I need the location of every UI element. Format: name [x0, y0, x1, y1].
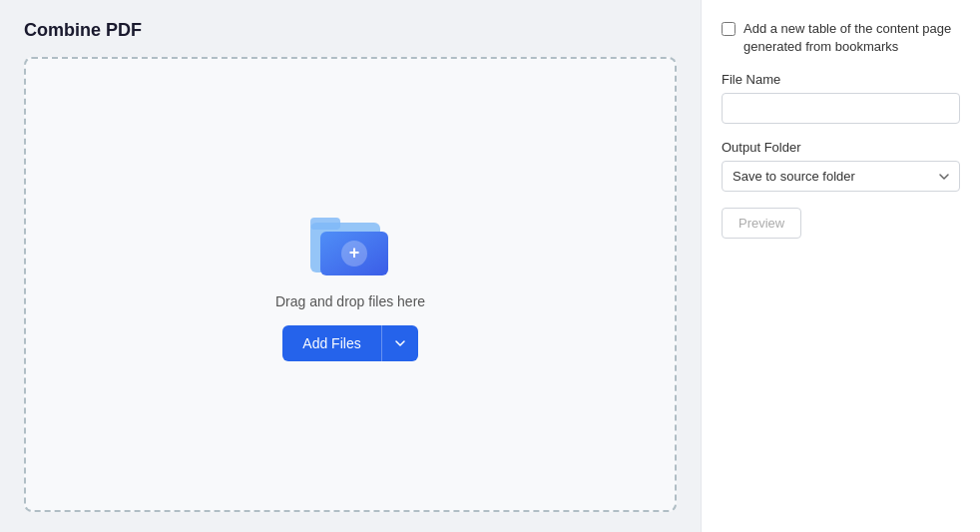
output-folder-label: Output Folder [722, 140, 960, 155]
table-of-contents-row: Add a new table of the content page gene… [722, 20, 960, 56]
add-files-group: Add Files [282, 325, 417, 361]
file-name-input[interactable] [722, 93, 960, 124]
page-title: Combine PDF [24, 20, 677, 41]
svg-rect-1 [310, 218, 340, 230]
output-folder-select[interactable]: Save to source folder Custom folder... [722, 161, 960, 192]
file-name-label: File Name [722, 72, 960, 87]
file-name-group: File Name [722, 72, 960, 124]
drag-drop-text: Drag and drop files here [275, 293, 425, 309]
main-content: Combine PDF + [0, 0, 701, 532]
folder-icon: + [310, 208, 390, 277]
table-of-contents-label: Add a new table of the content page gene… [743, 20, 960, 56]
add-files-button[interactable]: Add Files [282, 325, 381, 361]
app-container: Combine PDF + [0, 0, 980, 532]
add-files-dropdown-button[interactable] [382, 325, 418, 361]
chevron-down-icon [394, 337, 406, 349]
svg-text:+: + [349, 243, 360, 263]
table-of-contents-checkbox[interactable] [722, 22, 735, 36]
preview-section: Preview [722, 208, 960, 239]
output-folder-wrapper: Save to source folder Custom folder... [722, 161, 960, 192]
output-folder-group: Output Folder Save to source folder Cust… [722, 140, 960, 192]
drop-zone: + Drag and drop files here Add Files [24, 57, 677, 512]
preview-button[interactable]: Preview [722, 208, 801, 239]
right-panel: Add a new table of the content page gene… [701, 0, 980, 532]
